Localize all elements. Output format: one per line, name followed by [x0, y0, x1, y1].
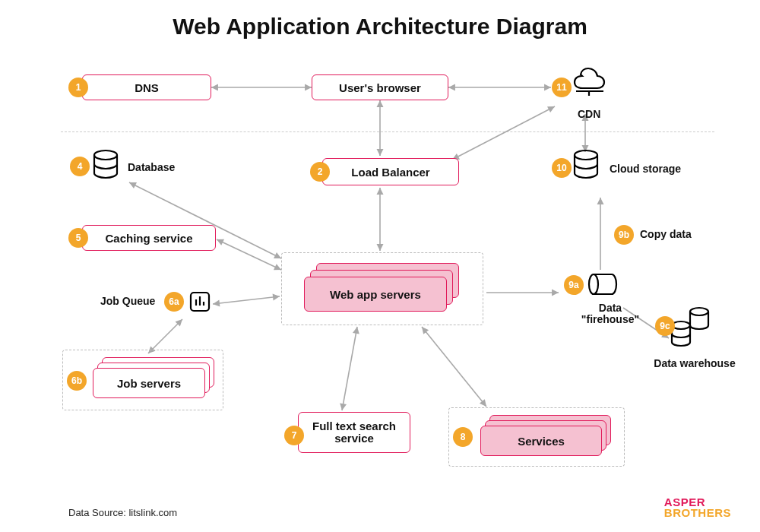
badge-2: 2	[310, 162, 330, 182]
node-fulltext-label: Full text search service	[303, 420, 405, 445]
svg-line-11	[422, 327, 486, 407]
node-browser: User's browser	[312, 74, 448, 100]
node-load-balancer-label: Load Balancer	[351, 166, 429, 179]
badge-6a: 6a	[164, 292, 184, 312]
queue-icon	[188, 290, 211, 313]
svg-point-23	[575, 150, 597, 160]
badge-9c: 9c	[655, 316, 675, 336]
label-database: Database	[128, 161, 175, 173]
label-job-queue: Job Queue	[100, 295, 155, 307]
badge-4: 4	[70, 157, 90, 176]
badge-9a: 9a	[564, 275, 584, 295]
node-dns: DNS	[82, 74, 211, 100]
badge-6a-num: 6a	[169, 296, 179, 307]
node-fulltext: Full text search service	[298, 412, 410, 453]
node-services-label: Services	[518, 435, 565, 448]
badge-11: 11	[552, 78, 572, 97]
badge-11-num: 11	[556, 82, 566, 93]
node-load-balancer: Load Balancer	[322, 158, 459, 185]
label-firehouse: Data "firehouse"	[576, 302, 644, 326]
badge-9b-num: 9b	[619, 230, 629, 240]
cloud-storage-icon	[572, 149, 600, 182]
badge-1-num: 1	[76, 82, 81, 93]
node-job-servers-label: Job servers	[117, 377, 181, 390]
badge-4-num: 4	[78, 161, 83, 172]
node-dns-label: DNS	[135, 81, 159, 94]
badge-5-num: 5	[76, 233, 81, 243]
label-cloud-storage: Cloud storage	[610, 163, 681, 175]
badge-1: 1	[68, 78, 88, 97]
badge-6b-num: 6b	[71, 375, 82, 386]
svg-line-10	[342, 327, 357, 410]
node-caching: Caching service	[82, 225, 216, 251]
svg-line-8	[213, 296, 280, 304]
badge-9a-num: 9a	[568, 280, 578, 290]
badge-7-num: 7	[292, 430, 297, 441]
node-caching-label: Caching service	[105, 232, 192, 245]
badge-8: 8	[453, 427, 473, 447]
badge-10-num: 10	[556, 163, 566, 173]
node-browser-label: User's browser	[339, 81, 421, 94]
badge-8-num: 8	[461, 432, 466, 442]
badge-9b: 9b	[614, 225, 634, 245]
svg-point-24	[690, 308, 708, 315]
svg-point-17	[94, 150, 117, 160]
badge-9c-num: 9c	[660, 321, 670, 331]
svg-line-7	[217, 239, 281, 270]
node-web-servers-label: Web app servers	[330, 288, 421, 301]
node-job-servers: Job servers	[93, 357, 214, 400]
svg-point-22	[589, 274, 598, 294]
svg-line-3	[452, 106, 555, 160]
diagram-canvas: Web Application Architecture Diagram	[0, 0, 760, 532]
svg-line-9	[148, 319, 182, 353]
badge-2-num: 2	[318, 166, 323, 177]
badge-5: 5	[68, 228, 88, 248]
label-dwh: Data warehouse	[649, 357, 740, 369]
database-icon	[91, 149, 120, 182]
node-services: Services	[480, 415, 617, 459]
badge-6b: 6b	[67, 371, 87, 391]
cylinder-side-icon	[587, 271, 619, 298]
badge-7: 7	[284, 426, 304, 445]
label-cdn: CDN	[578, 108, 600, 120]
label-copy-data: Copy data	[640, 228, 692, 240]
badge-10: 10	[552, 158, 572, 178]
cloud-cdn-icon	[568, 61, 610, 97]
node-web-servers: Web app servers	[304, 263, 464, 316]
